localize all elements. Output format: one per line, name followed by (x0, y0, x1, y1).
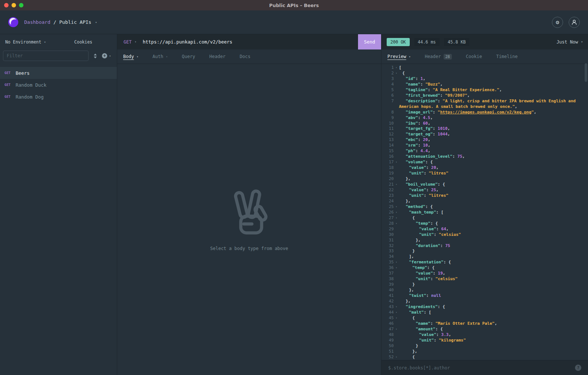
fold-arrow-icon[interactable]: ▾ (394, 327, 399, 332)
url-input[interactable]: https://api.punkapi.com/v2/beers (142, 34, 358, 49)
code-line: 3"id": 1, (381, 76, 588, 82)
request-list-item-random-duck[interactable]: GETRandom Duck (0, 79, 117, 91)
fold-arrow-icon[interactable]: ▾ (394, 260, 399, 265)
fold-arrow-icon[interactable]: ▾ (394, 210, 399, 215)
breadcrumb-workspace[interactable]: Public APIs (59, 19, 91, 25)
response-tab-preview[interactable]: Preview▾ (381, 49, 418, 64)
code-line: 11"target_fg": 1010, (381, 126, 588, 132)
code-text: "ingredients": { (399, 304, 588, 310)
sort-button[interactable] (93, 52, 98, 60)
line-number: 48 (381, 332, 394, 338)
fold-arrow-icon[interactable]: ▾ (394, 310, 399, 315)
add-request-button[interactable]: + ▾ (102, 53, 111, 58)
response-tab-cookie[interactable]: Cookie (459, 49, 489, 64)
insomnia-logo-icon[interactable] (8, 17, 18, 27)
request-tab-body[interactable]: Body▾ (117, 49, 146, 64)
response-history-dropdown[interactable]: Just Now ▾ (556, 39, 583, 45)
settings-button[interactable]: ⚙ (552, 17, 563, 28)
json-token: : (431, 276, 435, 281)
code-line: 19"unit": "litres" (381, 171, 588, 176)
json-token: : (453, 154, 457, 159)
fold-arrow-icon[interactable]: ▾ (394, 160, 399, 165)
app-header: Dashboard / Public APIs ▾ ⚙ (0, 10, 588, 34)
response-meta-bar: 200 OK 44.6 ms 45.8 KB Just Now ▾ (381, 34, 588, 49)
line-number: 37 (381, 271, 394, 276)
json-token: : { (444, 260, 451, 265)
fold-spacer (394, 137, 399, 143)
scrollbar-thumb[interactable] (585, 63, 587, 82)
request-name: Random Dog (16, 94, 44, 100)
code-text: "amount": { (399, 327, 588, 332)
minimize-window-button[interactable] (12, 3, 16, 7)
json-token: "method" (406, 204, 425, 209)
code-text: "unit": "kilograms" (399, 338, 588, 343)
request-tab-auth[interactable]: Auth▾ (146, 49, 175, 64)
fold-arrow-icon[interactable]: ▾ (394, 221, 399, 227)
cookies-button[interactable]: Cookies (74, 39, 92, 45)
line-number: 27 (381, 215, 394, 221)
account-button[interactable] (569, 17, 580, 28)
json-token: "value" (409, 165, 426, 170)
environment-dropdown[interactable]: No Environment ▾ (5, 39, 46, 45)
line-number: 30 (381, 232, 394, 238)
json-token: : { (425, 204, 433, 209)
breadcrumb-dashboard-link[interactable]: Dashboard (24, 19, 50, 25)
line-number: 5 (381, 87, 394, 93)
json-token: : [ (424, 310, 431, 315)
fold-spacer (394, 227, 399, 232)
method-dropdown[interactable]: GET ▾ (117, 34, 142, 49)
json-token: "Maris Otter Extra Pale" (435, 321, 495, 326)
json-token: , (462, 154, 465, 159)
json-token: "ebc" (406, 137, 418, 142)
line-number: 39 (381, 282, 394, 288)
chevron-down-icon[interactable]: ▾ (95, 20, 97, 24)
line-number: 19 (381, 171, 394, 176)
zoom-window-button[interactable] (19, 3, 23, 7)
chevron-down-icon: ▾ (166, 55, 168, 58)
filter-input[interactable] (3, 51, 89, 61)
json-token: : (426, 165, 431, 170)
line-number: 45 (381, 315, 394, 321)
json-link[interactable]: https://images.punkapi.com/v2/keg.png (440, 110, 531, 115)
json-token: , (428, 148, 431, 153)
code-line: 16"attenuation_level": 75, (381, 154, 588, 160)
fold-arrow-icon[interactable]: ▾ (394, 215, 399, 221)
json-token: , (515, 104, 517, 109)
response-tab-timeline[interactable]: Timeline (489, 49, 525, 64)
line-number: 9 (381, 115, 394, 121)
json-token: 10 (423, 143, 428, 148)
json-token: "abv" (406, 115, 418, 120)
close-window-button[interactable] (4, 3, 9, 7)
fold-arrow-icon[interactable]: ▾ (394, 182, 399, 188)
json-token: : (433, 110, 438, 115)
code-line: 27▾{ (381, 215, 588, 221)
request-tab-header[interactable]: Header (202, 49, 233, 64)
question-icon: ? (577, 365, 579, 370)
line-number: 3 (381, 76, 394, 82)
fold-arrow-icon[interactable]: ▾ (394, 265, 399, 271)
help-button[interactable]: ? (575, 365, 581, 371)
response-filter-input[interactable] (388, 365, 571, 371)
request-tab-docs[interactable]: Docs (233, 49, 258, 64)
chevron-down-icon: ▾ (137, 55, 138, 58)
code-line: 33} (381, 249, 588, 254)
line-number: 49 (381, 338, 394, 343)
fold-arrow-icon[interactable]: ▾ (394, 204, 399, 210)
fold-arrow-icon[interactable]: ▾ (394, 304, 399, 310)
code-text: "temp": { (399, 265, 588, 271)
line-number: 38 (381, 276, 394, 282)
fold-arrow-icon[interactable]: ▾ (394, 315, 399, 321)
fold-spacer (394, 321, 399, 327)
line-number: 24 (381, 199, 394, 204)
json-token: : (440, 93, 445, 98)
request-list-item-beers[interactable]: GETBeers (0, 67, 117, 79)
request-tab-query[interactable]: Query (175, 49, 202, 64)
fold-arrow-icon[interactable]: ▾ (394, 71, 399, 76)
fold-arrow-icon[interactable]: ▾ (394, 355, 399, 360)
code-text: "value": 19, (399, 271, 588, 276)
code-text: "ebc": 20, (399, 137, 588, 143)
response-tab-header[interactable]: Header28 (418, 49, 458, 64)
send-button[interactable]: Send (358, 34, 381, 49)
request-list-item-random-dog[interactable]: GETRandom Dog (0, 91, 117, 103)
fold-arrow-icon[interactable]: ▾ (394, 65, 399, 71)
